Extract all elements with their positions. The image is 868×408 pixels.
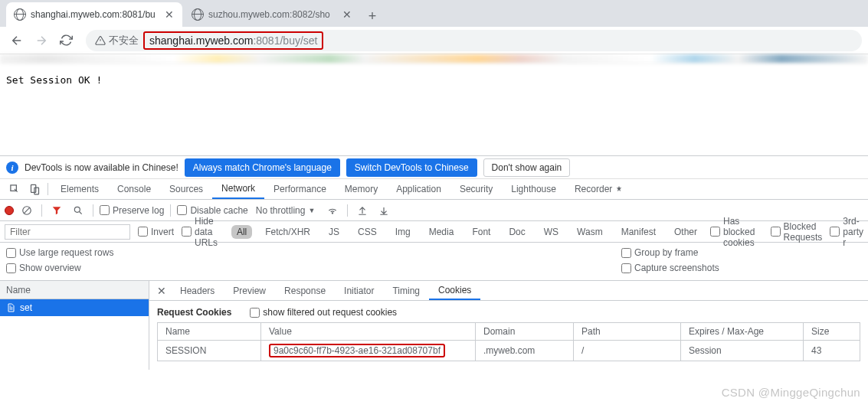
watermark: CSDN @MinggeQingchun xyxy=(722,386,860,399)
filter-type-img[interactable]: Img xyxy=(390,225,416,239)
devtools-panel: i DevTools is now available in Chinese! … xyxy=(0,155,868,370)
svg-rect-2 xyxy=(34,188,38,194)
panel-tab-memory[interactable]: Memory xyxy=(336,179,387,199)
filter-type-ws[interactable]: WS xyxy=(539,225,564,239)
throttling-select[interactable]: No throttling ▼ xyxy=(256,205,316,216)
insecure-label: 不安全 xyxy=(109,34,139,47)
detail-tab-response[interactable]: Response xyxy=(275,281,335,300)
reload-button[interactable] xyxy=(55,30,77,51)
disable-cache-checkbox[interactable]: Disable cache xyxy=(177,205,247,216)
panel-tab-recorder[interactable]: Recorder xyxy=(565,179,632,199)
browser-tab-strip: shanghai.myweb.com:8081/bu ✕ suzhou.mywe… xyxy=(0,0,868,27)
close-icon[interactable]: ✕ xyxy=(164,9,175,20)
panel-tab-elements[interactable]: Elements xyxy=(51,179,108,199)
filter-type-all[interactable]: All xyxy=(231,225,252,239)
browser-tab-inactive[interactable]: suzhou.myweb.com:8082/sho ✕ xyxy=(184,2,360,27)
info-icon: i xyxy=(6,162,18,174)
switch-chinese-button[interactable]: Switch DevTools to Chinese xyxy=(346,158,477,177)
col-size[interactable]: Size xyxy=(804,323,860,341)
filter-type-manifest[interactable]: Manifest xyxy=(616,225,661,239)
request-list-header[interactable]: Name xyxy=(0,281,149,299)
panel-tab-performance[interactable]: Performance xyxy=(264,179,336,199)
devtools-language-notice: i DevTools is now available in Chinese! … xyxy=(0,156,868,179)
globe-icon xyxy=(192,8,204,21)
network-filter-bar: Invert Hide data URLs All Fetch/XHR JS C… xyxy=(0,221,868,243)
filter-type-wasm[interactable]: Wasm xyxy=(572,225,608,239)
svg-point-5 xyxy=(332,212,333,213)
panel-tab-application[interactable]: Application xyxy=(387,179,450,199)
page-content: Set Session OK ! xyxy=(0,64,868,155)
browser-toolbar: 不安全 shanghai.myweb.com:8081/buy/set xyxy=(0,27,868,54)
invert-checkbox[interactable]: Invert xyxy=(138,227,174,237)
dismiss-notice-button[interactable]: Don't show again xyxy=(483,158,571,177)
cookies-table: Name Value Domain Path Expires / Max-Age… xyxy=(157,322,860,361)
filter-type-doc[interactable]: Doc xyxy=(503,225,530,239)
panel-tab-security[interactable]: Security xyxy=(450,179,502,199)
new-tab-button[interactable]: + xyxy=(362,5,383,27)
capture-screenshots-checkbox[interactable]: Capture screenshots xyxy=(621,263,862,273)
device-toggle-icon[interactable] xyxy=(25,179,44,199)
filter-type-js[interactable]: JS xyxy=(323,225,345,239)
filter-type-media[interactable]: Media xyxy=(424,225,460,239)
panel-tab-lighthouse[interactable]: Lighthouse xyxy=(502,179,565,199)
close-icon[interactable]: ✕ xyxy=(342,9,352,20)
match-language-button[interactable]: Always match Chrome's language xyxy=(185,158,340,177)
wifi-icon[interactable] xyxy=(324,205,341,216)
network-body: Name set ✕ Headers Preview Response Init… xyxy=(0,281,868,370)
show-overview-checkbox[interactable]: Show overview xyxy=(6,263,609,273)
search-icon[interactable] xyxy=(70,205,87,216)
detail-tab-timing[interactable]: Timing xyxy=(383,281,429,300)
url-text: shanghai.myweb.com:8081/buy/set xyxy=(143,31,323,50)
filter-type-other[interactable]: Other xyxy=(669,225,703,239)
document-icon xyxy=(6,302,15,313)
cookie-value-cell: 9a0c9c60-ff7b-4923-ae16-321ad08707bf xyxy=(261,341,476,361)
cookie-size: 43 xyxy=(804,341,860,361)
col-name[interactable]: Name xyxy=(158,323,261,341)
preserve-log-checkbox[interactable]: Preserve log xyxy=(100,205,164,216)
col-expires[interactable]: Expires / Max-Age xyxy=(681,323,804,341)
record-button[interactable] xyxy=(5,206,14,215)
request-detail: ✕ Headers Preview Response Initiator Tim… xyxy=(149,281,868,370)
show-filtered-cookies-checkbox[interactable]: show filtered out request cookies xyxy=(250,307,397,318)
panel-tab-sources[interactable]: Sources xyxy=(160,179,212,199)
request-cookies-title: Request Cookies xyxy=(157,307,231,318)
col-path[interactable]: Path xyxy=(574,323,681,341)
cookie-row[interactable]: SESSION 9a0c9c60-ff7b-4923-ae16-321ad087… xyxy=(158,341,860,361)
globe-icon xyxy=(14,8,26,21)
filter-type-fetchxhr[interactable]: Fetch/XHR xyxy=(260,225,316,239)
col-domain[interactable]: Domain xyxy=(476,323,574,341)
col-value[interactable]: Value xyxy=(261,323,476,341)
devtools-panel-tabs: Elements Console Sources Network Perform… xyxy=(0,179,868,200)
detail-tab-preview[interactable]: Preview xyxy=(224,281,275,300)
request-name: set xyxy=(20,302,32,313)
svg-rect-1 xyxy=(31,184,35,192)
clear-icon[interactable] xyxy=(18,205,35,216)
upload-icon[interactable] xyxy=(354,205,371,216)
back-button[interactable] xyxy=(6,30,28,51)
bookmarks-bar xyxy=(0,54,868,64)
request-row[interactable]: set xyxy=(0,299,149,316)
filter-type-font[interactable]: Font xyxy=(467,225,496,239)
close-detail-icon[interactable]: ✕ xyxy=(152,281,171,300)
inspect-element-icon[interactable] xyxy=(5,179,25,199)
forward-button[interactable] xyxy=(31,30,52,51)
download-icon[interactable] xyxy=(375,205,392,216)
blocked-requests-checkbox[interactable]: Blocked Requests xyxy=(771,221,823,243)
group-by-frame-checkbox[interactable]: Group by frame xyxy=(621,247,862,258)
cookie-expires: Session xyxy=(681,341,804,361)
filter-input[interactable] xyxy=(5,224,130,240)
cookie-value: 9a0c9c60-ff7b-4923-ae16-321ad08707bf xyxy=(269,344,445,357)
panel-tab-network[interactable]: Network xyxy=(212,179,264,199)
panel-tab-console[interactable]: Console xyxy=(108,179,160,199)
browser-tab-active[interactable]: shanghai.myweb.com:8081/bu ✕ xyxy=(6,2,182,27)
detail-tab-headers[interactable]: Headers xyxy=(171,281,224,300)
detail-tab-cookies[interactable]: Cookies xyxy=(429,281,480,300)
network-options-bar: Use large request rows Show overview Gro… xyxy=(0,243,868,281)
detail-tab-initiator[interactable]: Initiator xyxy=(335,281,383,300)
filter-type-css[interactable]: CSS xyxy=(352,225,382,239)
cookie-domain: .myweb.com xyxy=(476,341,574,361)
large-rows-checkbox[interactable]: Use large request rows xyxy=(6,247,609,258)
address-bar[interactable]: 不安全 shanghai.myweb.com:8081/buy/set xyxy=(86,30,862,51)
notice-text: DevTools is now available in Chinese! xyxy=(25,162,179,173)
filter-icon[interactable] xyxy=(48,205,65,216)
